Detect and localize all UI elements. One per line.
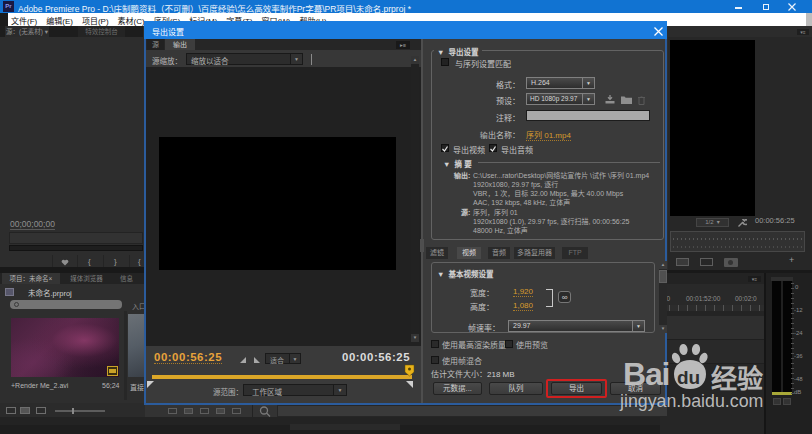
svg-text:du: du bbox=[677, 367, 700, 388]
